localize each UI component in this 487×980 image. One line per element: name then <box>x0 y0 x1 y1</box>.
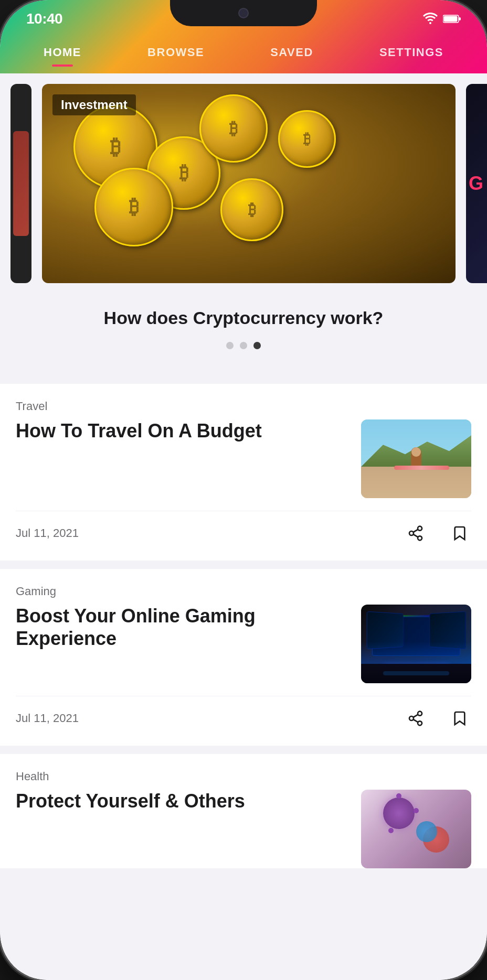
svg-rect-2 <box>459 17 461 20</box>
bitcoin-coin-4 <box>94 168 173 246</box>
svg-line-12 <box>413 715 418 717</box>
travel-thumbnail[interactable] <box>361 419 471 498</box>
gaming-article-main: Boost Your Online Gaming Experience <box>16 605 471 683</box>
carousel-wrapper: Investment G <box>0 73 487 294</box>
bitcoin-coin-5 <box>220 178 283 241</box>
carousel-dot-3[interactable] <box>253 342 261 349</box>
phone-frame: 10:40 <box>0 0 487 980</box>
carousel-right-peek: G <box>466 84 487 283</box>
nav-settings[interactable]: SETTINGS <box>372 40 451 64</box>
carousel-dots <box>0 338 487 360</box>
health-article-title: Protect Yourself & Others <box>16 790 351 812</box>
screen: 10:40 <box>0 0 487 980</box>
gaming-thumbnail[interactable] <box>361 605 471 683</box>
card-separator-3 <box>0 746 487 754</box>
status-icons <box>423 13 461 27</box>
nav-browse[interactable]: BROWSE <box>140 40 212 64</box>
travel-category: Travel <box>16 400 471 413</box>
travel-article-title: How To Travel On A Budget <box>16 419 351 442</box>
notch <box>170 0 317 26</box>
health-article-main: Protect Yourself & Others <box>16 790 471 868</box>
travel-article-card: Travel How To Travel On A Budget <box>0 384 487 561</box>
travel-article-main: How To Travel On A Budget <box>16 419 471 498</box>
front-camera <box>238 8 249 18</box>
status-time: 10:40 <box>26 10 62 27</box>
health-thumb-image <box>361 790 471 868</box>
carousel-section: Investment G How does Cryptocurrency wor… <box>0 73 487 375</box>
svg-line-7 <box>413 530 418 532</box>
gaming-actions <box>404 707 471 730</box>
travel-article-footer: Jul 11, 2021 <box>16 511 471 561</box>
bottom-padding <box>0 881 487 912</box>
travel-share-button[interactable] <box>404 522 427 545</box>
carousel-dot-1[interactable] <box>226 342 234 349</box>
health-article-card: Health Protect Yourself & Others <box>0 754 487 868</box>
svg-point-4 <box>409 531 414 535</box>
svg-line-11 <box>413 719 418 722</box>
svg-point-5 <box>418 536 422 541</box>
nav-home[interactable]: HOME <box>36 40 89 64</box>
svg-point-8 <box>418 712 422 716</box>
svg-point-9 <box>409 716 414 720</box>
slide-wrapper: Investment G <box>0 79 487 288</box>
gaming-article-footer: Jul 11, 2021 <box>16 696 471 746</box>
wifi-icon <box>423 13 438 27</box>
svg-rect-1 <box>444 16 458 22</box>
battery-icon <box>443 13 461 27</box>
bitcoin-coin-6 <box>278 110 336 168</box>
gaming-date: Jul 11, 2021 <box>16 712 79 725</box>
travel-actions <box>404 522 471 545</box>
travel-bookmark-button[interactable] <box>448 522 471 545</box>
card-separator-1 <box>0 375 487 384</box>
gaming-category: Gaming <box>16 585 471 598</box>
gaming-article-title: Boost Your Online Gaming Experience <box>16 605 351 650</box>
svg-point-3 <box>418 526 422 531</box>
content-area: Investment G How does Cryptocurrency wor… <box>0 73 487 980</box>
carousel-main-slide[interactable]: Investment <box>42 84 456 283</box>
health-category: Health <box>16 770 471 783</box>
gaming-share-button[interactable] <box>404 707 427 730</box>
carousel-dot-2[interactable] <box>240 342 247 349</box>
gaming-bookmark-button[interactable] <box>448 707 471 730</box>
carousel-left-peek <box>10 84 31 283</box>
card-separator-2 <box>0 561 487 569</box>
svg-point-10 <box>418 721 422 726</box>
slide-title: How does Cryptocurrency work? <box>0 294 487 338</box>
svg-line-6 <box>413 534 418 537</box>
bitcoin-coin-3 <box>199 94 268 163</box>
nav-saved[interactable]: SAVED <box>262 40 321 64</box>
slide-category: Investment <box>52 94 136 115</box>
health-thumbnail[interactable] <box>361 790 471 868</box>
crypto-background: Investment <box>42 84 456 283</box>
travel-date: Jul 11, 2021 <box>16 526 79 540</box>
gaming-article-card: Gaming Boost Your Online Gaming Experien… <box>0 569 487 746</box>
gaming-thumb-image <box>361 605 471 683</box>
navigation-bar: HOME BROWSE SAVED SETTINGS <box>0 31 487 73</box>
travel-thumb-image <box>361 419 471 498</box>
